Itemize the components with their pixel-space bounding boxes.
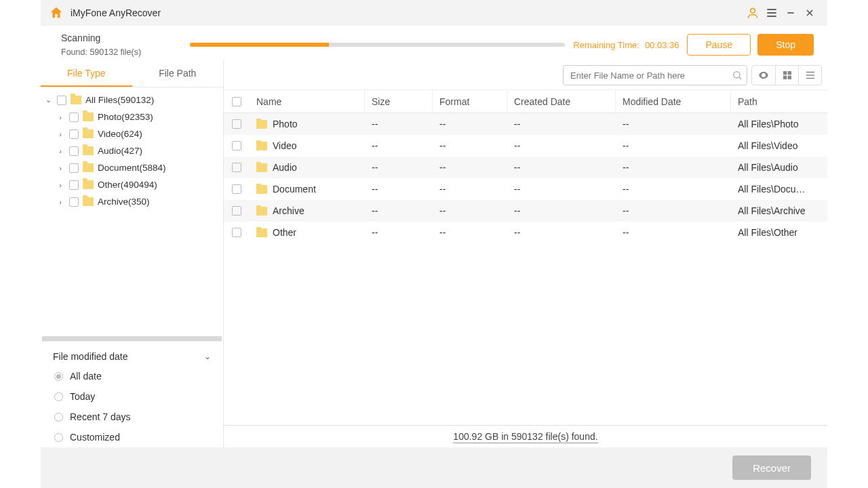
filter-option-label: Customized [70, 432, 120, 443]
tree-checkbox[interactable] [69, 113, 79, 122]
sidebar-scrollbar[interactable] [42, 336, 222, 341]
tree-item[interactable]: ›Archive(350) [41, 193, 223, 210]
cell-modified: -- [616, 140, 731, 151]
col-format[interactable]: Format [433, 90, 507, 113]
search-icon[interactable] [732, 70, 743, 81]
cell-format: -- [433, 140, 507, 151]
filter-option-label: Recent 7 days [70, 411, 131, 422]
user-icon[interactable] [743, 3, 762, 22]
titlebar: iMyFone AnyRecover [41, 0, 827, 26]
cell-name: Audio [273, 162, 297, 173]
folder-icon [83, 129, 94, 138]
folder-icon [83, 146, 94, 155]
folder-icon [71, 96, 81, 104]
cell-size: -- [365, 119, 433, 129]
chevron-down-icon: ⌄ [204, 352, 211, 361]
list-view-icon[interactable] [798, 66, 821, 85]
chevron-down-icon[interactable]: ⌄ [43, 96, 53, 104]
chevron-right-icon[interactable]: › [56, 164, 65, 172]
cell-size: -- [365, 205, 433, 216]
table-row[interactable]: Audio--------All Files\Audio [224, 157, 827, 178]
cell-modified: -- [616, 119, 731, 129]
table-row[interactable]: Video--------All Files\Video [224, 135, 827, 157]
row-checkbox[interactable] [232, 119, 241, 129]
pause-button[interactable]: Pause [687, 34, 751, 56]
file-grid: Name Size Format Created Date Modified D… [224, 90, 827, 425]
radio-icon[interactable] [54, 413, 63, 422]
recover-button[interactable]: Recover [732, 455, 811, 480]
tab-file-type[interactable]: File Type [41, 61, 132, 87]
row-checkbox[interactable] [232, 206, 241, 216]
row-checkbox[interactable] [232, 141, 241, 150]
scan-status-row: Scanning Found: 590132 file(s) Remaining… [41, 26, 827, 61]
cell-name: Other [273, 227, 296, 238]
scan-summary: 100.92 GB in 590132 file(s) found. [224, 425, 827, 447]
chevron-right-icon[interactable]: › [56, 181, 65, 189]
cell-format: -- [433, 205, 507, 216]
tree-checkbox[interactable] [69, 197, 79, 207]
tree-item[interactable]: ›Video(624) [41, 125, 223, 142]
filter-option[interactable]: All date [53, 366, 211, 386]
filter-option[interactable]: Recent 7 days [53, 407, 211, 427]
table-row[interactable]: Photo--------All Files\Photo [224, 113, 827, 135]
svg-rect-10 [787, 71, 791, 75]
tree-checkbox[interactable] [69, 180, 79, 190]
tree-item[interactable]: ›Audio(427) [41, 142, 223, 159]
filter-option[interactable]: Customized [53, 427, 211, 447]
tree-root[interactable]: ⌄ All Files(590132) [41, 92, 223, 108]
tree-checkbox[interactable] [69, 163, 79, 173]
table-row[interactable]: Document--------All Files\Docu… [224, 178, 827, 200]
search-box[interactable] [563, 65, 747, 85]
view-mode-group [751, 65, 822, 85]
folder-icon [83, 113, 94, 121]
tree-item[interactable]: ›Photo(92353) [41, 108, 223, 125]
col-modified[interactable]: Modified Date [616, 90, 731, 113]
col-name[interactable]: Name [250, 90, 365, 113]
remaining-time-label: Remaining Time: [573, 40, 639, 50]
select-all-checkbox[interactable] [232, 97, 241, 106]
preview-icon[interactable] [752, 66, 775, 85]
chevron-right-icon[interactable]: › [56, 147, 65, 155]
tree-checkbox[interactable] [57, 96, 66, 105]
cell-size: -- [365, 184, 433, 195]
filter-header[interactable]: File modified date ⌄ [53, 347, 211, 366]
col-created[interactable]: Created Date [507, 90, 616, 113]
tree-checkbox[interactable] [69, 129, 79, 139]
tree-item[interactable]: ›Document(5884) [41, 159, 223, 176]
chevron-right-icon[interactable]: › [56, 198, 65, 206]
grid-view-icon[interactable] [775, 66, 798, 85]
menu-icon[interactable] [762, 3, 781, 22]
cell-path: All Files\Docu… [731, 184, 822, 195]
radio-icon[interactable] [54, 433, 63, 442]
folder-icon [256, 142, 267, 150]
tab-file-path[interactable]: File Path [132, 61, 224, 87]
col-size[interactable]: Size [365, 90, 433, 113]
radio-icon[interactable] [54, 372, 63, 381]
tree-item[interactable]: ›Other(490494) [41, 176, 223, 193]
col-path[interactable]: Path [731, 90, 822, 113]
folder-icon [83, 163, 94, 172]
chevron-right-icon[interactable]: › [56, 130, 65, 138]
search-input[interactable] [570, 70, 732, 81]
row-checkbox[interactable] [232, 163, 241, 172]
row-checkbox[interactable] [232, 184, 241, 194]
close-button[interactable] [800, 3, 819, 22]
home-icon[interactable] [49, 5, 64, 20]
table-row[interactable]: Archive--------All Files\Archive [224, 200, 827, 222]
cell-name: Archive [273, 205, 304, 216]
minimize-button[interactable] [781, 3, 800, 22]
filter-option[interactable]: Today [53, 386, 211, 407]
summary-text: 100.92 GB in 590132 file(s) found. [453, 431, 597, 443]
cell-modified: -- [616, 227, 731, 238]
scan-progress-bar [190, 43, 565, 47]
scan-status-label: Scanning [61, 33, 190, 43]
row-checkbox[interactable] [232, 228, 241, 237]
chevron-right-icon[interactable]: › [56, 113, 65, 121]
cell-modified: -- [616, 205, 731, 216]
cell-modified: -- [616, 184, 731, 195]
radio-icon[interactable] [54, 392, 63, 401]
stop-button[interactable]: Stop [757, 34, 814, 56]
tree-checkbox[interactable] [69, 146, 79, 156]
tree-label: All Files(590132) [85, 95, 154, 105]
table-row[interactable]: Other--------All Files\Other [224, 222, 827, 243]
